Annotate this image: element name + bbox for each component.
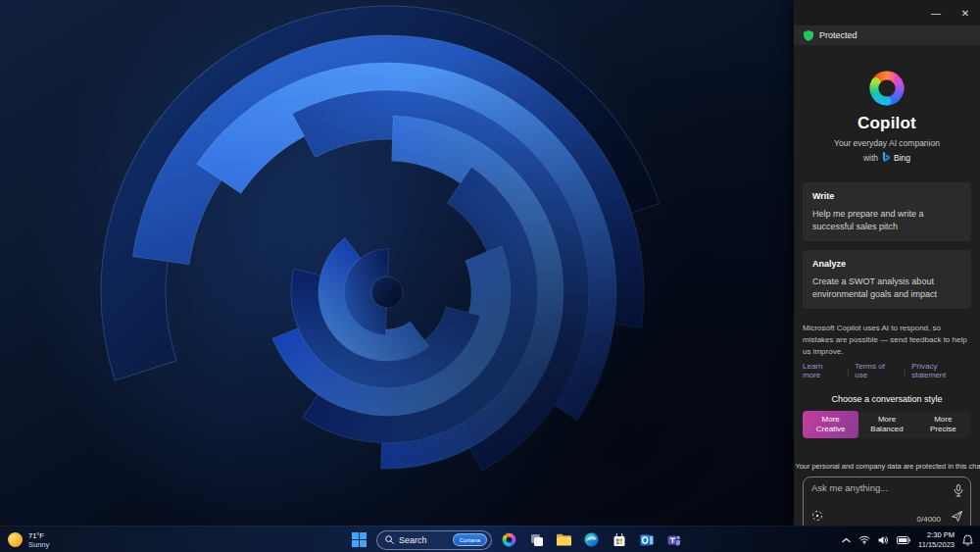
microsoft-store-icon[interactable] [609,529,629,550]
with-bing-row: with Bing [803,152,971,163]
terms-of-use-link[interactable]: Terms of use [855,362,898,379]
search-highlight-badge[interactable]: Cortana [453,533,487,546]
suggestion-card-analyze[interactable]: Analyze Create a SWOT analysis about env… [803,250,971,309]
copilot-title: Copilot [803,114,971,133]
windows-logo-icon [352,532,367,547]
weather-temp: 71°F [28,531,49,540]
copilot-sidebar: — ✕ Protected [794,0,980,526]
taskbar-copilot-icon[interactable] [499,529,519,550]
learn-more-link[interactable]: Learn more [803,362,841,379]
edge-icon[interactable] [581,529,602,550]
protected-banner: Protected [794,25,980,45]
data-protection-text: Your personal and company data are prote… [795,462,980,471]
close-button[interactable]: ✕ [951,0,980,25]
weather-widget[interactable]: 71°F Sunny [8,527,49,552]
bing-icon [881,152,891,163]
desktop-screen: — ✕ Protected [0,0,980,552]
weather-condition: Sunny [28,540,49,549]
speaker-icon[interactable] [878,535,889,545]
system-tray: 2:30 PM 11/15/2023 [842,527,973,552]
card-body: Create a SWOT analysis about environment… [812,276,961,300]
taskbar-center: Search Cortana [349,527,684,552]
battery-icon[interactable] [897,536,910,544]
data-protection-note: Your personal and company data are prote… [803,462,971,471]
file-explorer-icon[interactable] [554,529,574,550]
char-counter: 0/4000 [917,515,941,524]
chat-input[interactable] [811,482,945,493]
search-icon [385,535,394,544]
clock-widget[interactable]: 2:30 PM 11/15/2023 [918,530,955,549]
microphone-icon[interactable] [954,483,963,501]
style-more-precise[interactable]: More Precise [915,411,971,438]
chat-input-box[interactable]: 0/4000 [803,477,971,532]
outlook-icon[interactable] [636,529,657,550]
visual-search-icon[interactable] [811,508,823,526]
with-label: with [863,153,878,163]
start-button[interactable] [349,529,369,550]
link-separator: | [904,367,906,376]
wifi-icon[interactable] [858,535,870,544]
conversation-style-selector: More Creative More Balanced More Precise [803,411,971,438]
legal-links: Learn more | Terms of use | Privacy stat… [803,362,971,379]
style-line2: Precise [930,425,956,434]
copilot-logo-icon [867,69,906,108]
style-line1: More [822,415,840,425]
style-more-balanced[interactable]: More Balanced [858,411,914,438]
conversation-style-heading: Choose a conversation style [803,394,971,404]
minimize-button[interactable]: — [921,0,951,25]
tray-time: 2:30 PM [927,530,955,539]
copilot-content: Copilot Your everyday AI companion with … [794,69,980,532]
copilot-titlebar: — ✕ [794,0,980,25]
protected-label: Protected [819,30,858,40]
hidden-icons-chevron[interactable] [842,537,851,543]
send-icon[interactable] [951,509,963,527]
card-title: Analyze [812,259,961,269]
search-box[interactable]: Search Cortana [376,530,492,550]
copilot-subtitle: Your everyday AI companion [803,138,971,148]
notification-bell-icon[interactable] [962,534,973,546]
search-label: Search [399,535,448,545]
teams-icon[interactable] [663,529,684,550]
shield-icon [804,30,813,41]
card-title: Write [812,191,961,201]
task-view-icon[interactable] [526,529,547,550]
style-line2: Balanced [870,425,903,434]
style-more-creative[interactable]: More Creative [803,411,858,438]
privacy-statement-link[interactable]: Privacy statement [911,362,971,379]
bing-label: Bing [894,153,910,163]
sun-icon [8,532,23,547]
link-separator: | [847,367,849,376]
card-body: Help me prepare and write a successful s… [812,208,961,232]
style-line2: Creative [816,425,846,434]
taskbar: 71°F Sunny Search Cortana [0,526,980,552]
style-line1: More [934,415,952,425]
tray-date: 11/15/2023 [918,540,955,549]
suggestion-card-write[interactable]: Write Help me prepare and write a succes… [803,182,971,241]
style-line1: More [878,415,896,425]
ai-disclaimer: Microsoft Copilot uses AI to respond, so… [803,323,971,357]
